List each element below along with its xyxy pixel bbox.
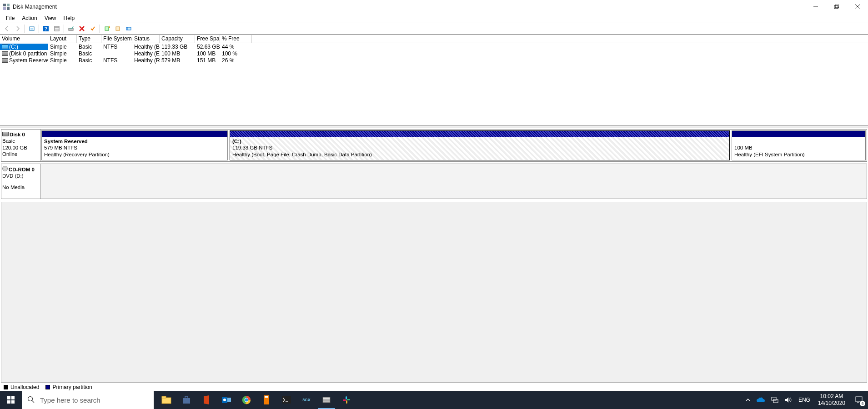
svg-rect-1 <box>834 5 838 9</box>
settings-button[interactable] <box>52 24 62 34</box>
action1-button[interactable]: ★ <box>102 24 112 34</box>
col-type[interactable]: Type <box>77 35 101 43</box>
search-box[interactable]: Type here to search <box>22 391 154 409</box>
partition[interactable]: 100 MB Healthy (EFI System Partition) <box>732 130 866 160</box>
svg-rect-27 <box>162 396 166 398</box>
clock-date: 14/10/2020 <box>818 400 845 407</box>
chrome-icon[interactable] <box>236 391 256 409</box>
close-button[interactable] <box>847 0 868 14</box>
volume-row[interactable]: (Disk 0 partition 3) Simple Basic Health… <box>0 50 868 57</box>
back-button[interactable] <box>2 24 12 34</box>
cell-status: Healthy (R... <box>132 57 160 64</box>
menu-view[interactable]: View <box>41 14 60 22</box>
col-free-space[interactable]: Free Spa... <box>195 35 220 43</box>
disk-graphical-panel[interactable]: Disk 0 Basic 120.00 GB Online System Res… <box>0 128 868 202</box>
disk-type: Basic <box>2 138 38 144</box>
svg-rect-18 <box>126 27 131 30</box>
svg-rect-37 <box>265 396 268 398</box>
onedrive-icon[interactable] <box>753 391 768 409</box>
cell-pct: 44 % <box>220 44 252 50</box>
cell-fs: NTFS <box>101 44 132 50</box>
cell-fs: NTFS <box>101 57 132 64</box>
cell-capacity: 119.33 GB <box>160 44 195 50</box>
svg-rect-44 <box>346 400 347 404</box>
search-placeholder: Type here to search <box>40 396 100 404</box>
partition-size: 119.33 GB NTFS <box>232 145 727 151</box>
svg-rect-41 <box>323 397 330 400</box>
volume-list[interactable]: Volume Layout Type File System Status Ca… <box>0 35 868 125</box>
cell-status: Healthy (E... <box>132 50 160 57</box>
col-file-system[interactable]: File System <box>101 35 132 43</box>
clock[interactable]: 10:02 AM 14/10/2020 <box>813 393 850 407</box>
col-capacity[interactable]: Capacity <box>160 35 195 43</box>
toolbar-separator <box>64 25 64 33</box>
menu-action[interactable]: Action <box>19 14 40 22</box>
partition-empty[interactable] <box>40 164 867 199</box>
network-icon[interactable] <box>768 391 782 409</box>
svg-rect-40 <box>323 400 330 403</box>
app-icon-orange[interactable] <box>256 391 276 409</box>
col-volume[interactable]: Volume <box>0 35 48 43</box>
cell-free: 52.63 GB <box>195 44 220 50</box>
volume-icon[interactable] <box>782 391 795 409</box>
disk-partitions <box>40 164 867 199</box>
disk-block[interactable]: Disk 0 Basic 120.00 GB Online System Res… <box>1 129 867 162</box>
forward-button[interactable] <box>13 24 23 34</box>
svg-rect-9 <box>55 26 59 31</box>
notification-badge: 6 <box>860 401 865 406</box>
svg-rect-17 <box>116 27 120 30</box>
svg-line-25 <box>32 400 35 403</box>
action3-button[interactable] <box>124 24 134 34</box>
cell-free: 151 MB <box>195 57 220 64</box>
volume-row[interactable]: System Reserved Simple Basic NTFS Health… <box>0 57 868 64</box>
taskbar: Type here to search 3CX ENG 10:02 AM 14/… <box>0 391 868 409</box>
cell-layout: Simple <box>48 44 77 50</box>
col-layout[interactable]: Layout <box>48 35 77 43</box>
partition-title: System Reserved <box>44 139 88 144</box>
col-status[interactable]: Status <box>132 35 160 43</box>
cell-type: Basic <box>77 57 101 64</box>
legend-swatch-primary <box>45 385 50 389</box>
legend-label: Unallocated <box>10 384 39 390</box>
menu-file[interactable]: File <box>3 14 18 22</box>
disk-size: 120.00 GB <box>2 145 38 151</box>
svg-rect-23 <box>11 400 15 404</box>
tray-chevron-icon[interactable] <box>743 391 753 409</box>
partition-title: (C:) <box>232 139 241 144</box>
disk-type: DVD (D:) <box>2 173 38 179</box>
app-icon-3cx[interactable]: 3CX <box>296 391 316 409</box>
help-button[interactable]: ? <box>41 24 51 34</box>
disk-info[interactable]: CD-ROM 0 DVD (D:) No Media <box>1 164 40 199</box>
cell-pct: 100 % <box>220 50 252 57</box>
cell-status: Healthy (B... <box>132 44 160 50</box>
terminal-icon[interactable] <box>276 391 296 409</box>
minimize-button[interactable] <box>805 0 826 14</box>
partition[interactable]: System Reserved 579 MB NTFS Healthy (Rec… <box>41 130 228 160</box>
maximize-button[interactable] <box>826 0 847 14</box>
start-button[interactable] <box>0 391 22 409</box>
language-indicator[interactable]: ENG <box>795 391 813 409</box>
action2-button[interactable] <box>113 24 123 34</box>
rescan-button[interactable] <box>66 24 76 34</box>
properties-button[interactable] <box>88 24 98 34</box>
menu-help[interactable]: Help <box>60 14 78 22</box>
disk-block[interactable]: CD-ROM 0 DVD (D:) No Media <box>1 164 867 199</box>
outlook-icon[interactable] <box>216 391 236 409</box>
window-title: Disk Management <box>13 4 57 10</box>
file-explorer-icon[interactable] <box>156 391 176 409</box>
volume-list-body[interactable]: (C:) Simple Basic NTFS Healthy (B... 119… <box>0 43 868 125</box>
office-icon[interactable] <box>196 391 216 409</box>
disk-icon <box>2 45 8 49</box>
disk-info[interactable]: Disk 0 Basic 120.00 GB Online <box>1 130 40 161</box>
slack-icon[interactable] <box>336 391 356 409</box>
delete-button[interactable] <box>77 24 87 34</box>
taskbar-apps: 3CX <box>156 391 356 409</box>
store-icon[interactable] <box>176 391 196 409</box>
volume-row[interactable]: (C:) Simple Basic NTFS Healthy (B... 119… <box>0 43 868 50</box>
notifications-button[interactable]: 6 <box>850 391 868 409</box>
partition-selected[interactable]: (C:) 119.33 GB NTFS Healthy (Boot, Page … <box>230 130 730 160</box>
disk-management-taskbar-icon[interactable] <box>316 391 336 409</box>
refresh-button[interactable] <box>27 24 37 34</box>
col-percent-free[interactable]: % Free <box>220 35 252 43</box>
partition-status: Healthy (EFI System Partition) <box>734 151 863 158</box>
